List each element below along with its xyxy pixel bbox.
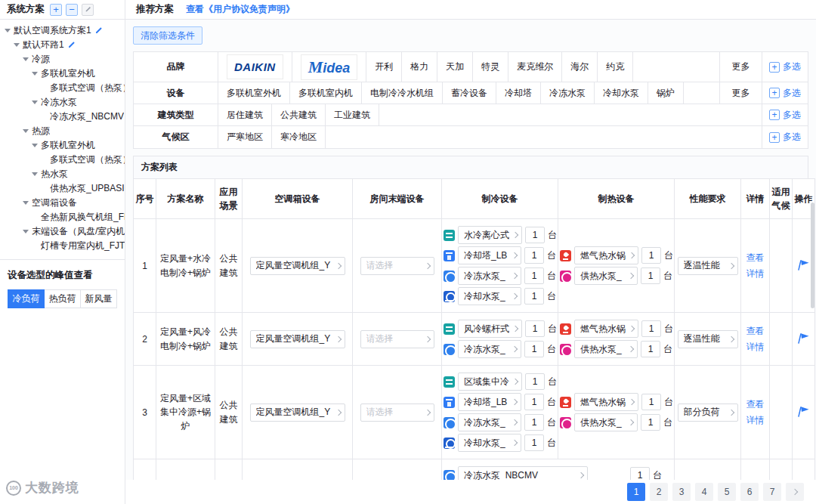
multi-select-button[interactable]: +多选 [762,52,808,82]
filter-option[interactable]: 冷却水泵 [595,82,648,104]
filter-option[interactable]: 电制冷冷水机组 [362,82,443,104]
equipment-select[interactable]: 水冷离心式 [458,226,522,244]
detail-link[interactable]: 查看详情 [743,250,768,281]
next-page-button[interactable] [786,483,804,501]
detail-link[interactable]: 查看详情 [743,397,768,428]
quantity-input[interactable]: 1 [524,267,544,284]
tree-item[interactable]: 空调箱设备 [0,196,125,210]
filter-more-button[interactable]: 更多 [720,82,762,104]
performance-select[interactable]: 部分负荷 [678,404,738,422]
equipment-select[interactable]: 冷冻水泵_ [458,413,521,431]
filter-option[interactable]: 多联机室外机 [218,82,290,104]
filter-option[interactable]: 约克 [598,52,633,82]
quantity-input[interactable]: 1 [525,227,545,243]
tree-item[interactable]: 全热新风换气机组_FHBQ [0,210,125,224]
equipment-select[interactable]: 燃气热水锅 [574,246,638,264]
tree-item[interactable]: 灯槽专用室内机_FJTP71C [0,239,125,253]
tree-item[interactable]: 多联式空调（热泵）机 [0,153,125,167]
equipment-select[interactable]: 供热水泵_ [574,267,638,285]
flag-icon[interactable] [796,258,811,271]
edit-icon[interactable] [67,41,76,49]
quantity-input[interactable]: 1 [641,247,661,264]
filter-option[interactable]: 海尔 [562,52,598,82]
terminal-select[interactable]: 请选择 [360,257,434,275]
filter-option[interactable]: 蓄冷设备 [443,82,496,104]
caret-down-icon[interactable] [32,144,38,147]
brand-logo-daikin[interactable]: DAIKIN [218,52,292,82]
page-button[interactable]: 3 [672,483,691,501]
equipment-select[interactable]: 冷却水泵_ [458,287,521,305]
filter-option[interactable]: 格力 [402,52,437,82]
edit-node-button[interactable] [82,4,94,16]
tree-item[interactable]: 热水泵 [0,167,125,181]
quantity-input[interactable]: 1 [524,394,544,410]
flag-icon[interactable] [796,332,811,345]
caret-down-icon[interactable] [14,43,20,47]
equipment-select[interactable]: 冷冻水泵_ [458,267,521,285]
ahu-select[interactable]: 定风量空调机组_Y [250,257,345,275]
terminal-select[interactable]: 请选择 [360,404,434,422]
caret-down-icon[interactable] [23,57,29,61]
filter-option[interactable]: 特灵 [473,52,508,82]
caret-down-icon[interactable] [23,129,29,133]
equipment-select[interactable]: 冷冻水泵_ [458,340,521,358]
filter-option[interactable]: 锅炉 [648,82,684,104]
remove-node-button[interactable]: − [66,4,78,16]
detail-link[interactable]: 查看详情 [743,323,768,354]
ahu-select[interactable]: 定风量空调机组_Y [250,330,345,348]
quantity-input[interactable]: 1 [524,288,544,305]
multi-select-button[interactable]: +多选 [762,126,808,148]
equipment-select[interactable]: 区域集中冷 [458,373,522,391]
page-button[interactable]: 7 [763,483,781,501]
quantity-input[interactable]: 1 [525,373,545,390]
ahu-select[interactable]: 定风量空调机组_Y [250,404,345,422]
tree-item[interactable]: 多联机室外机 [0,138,125,153]
caret-down-icon[interactable] [32,72,38,76]
caret-down-icon[interactable] [32,100,38,104]
quantity-input[interactable]: 1 [524,434,544,451]
tree-item[interactable]: 冷冻水泵_NBCMV [0,110,125,124]
quantity-input[interactable]: 1 [524,414,544,431]
edit-icon[interactable] [94,26,103,35]
caret-down-icon[interactable] [23,230,29,233]
filter-more-button[interactable]: 更多 [720,52,762,82]
filter-option[interactable]: 公共建筑 [272,104,326,125]
filter-option[interactable]: 天加 [437,52,473,82]
peak-tab[interactable]: 冷负荷 [8,289,45,308]
caret-down-icon[interactable] [5,29,11,32]
tree-item[interactable]: 多联机室外机 [0,66,125,81]
quantity-input[interactable]: 1 [525,320,545,337]
equipment-select[interactable]: 风冷螺杆式 [458,320,522,338]
performance-select[interactable]: 逐温性能 [678,257,738,275]
tree-item[interactable]: 冷源 [0,52,125,66]
tree-item[interactable]: 多联式空调（热泵）机 [0,81,125,95]
tree-item[interactable]: 热源 [0,124,125,138]
page-button[interactable]: 4 [695,483,713,501]
page-button[interactable]: 2 [650,483,668,501]
quantity-input[interactable]: 1 [641,320,661,337]
equipment-select[interactable]: 冷却塔_LB [458,246,521,264]
terminal-select[interactable]: 请选择 [360,330,434,348]
filter-option[interactable]: 居住建筑 [218,104,272,125]
filter-option[interactable]: 冷冻水泵 [541,82,595,104]
filter-option[interactable]: 冷却塔 [496,82,541,104]
equipment-select[interactable]: 供热水泵_ [574,413,638,431]
disclaimer-link[interactable]: 查看《用户协议免责声明》 [186,3,295,16]
caret-down-icon[interactable] [32,172,38,176]
equipment-select[interactable]: 冷却水泵_ [458,434,521,452]
caret-down-icon[interactable] [23,201,29,205]
performance-select[interactable]: 逐温性能 [678,330,738,348]
peak-tab[interactable]: 新风量 [81,289,117,308]
tree-item[interactable]: 供热水泵_UPBASIC 25 [0,181,125,196]
multi-select-button[interactable]: +多选 [762,82,808,104]
equipment-select[interactable]: 燃气热水锅 [574,393,638,411]
equipment-select[interactable]: 冷却塔_LB [458,393,521,411]
quantity-input[interactable]: 1 [524,247,544,264]
vertical-scrollbar[interactable] [811,203,814,308]
filter-option[interactable]: 多联机室内机 [290,82,362,104]
tree-item[interactable]: 末端设备（风盘/室内机） [0,224,125,239]
filter-option[interactable]: 麦克维尔 [508,52,562,82]
page-button[interactable]: 6 [740,483,759,501]
tree-item[interactable]: 默认空调系统方案1 [0,23,125,38]
page-button[interactable]: 5 [718,483,736,501]
